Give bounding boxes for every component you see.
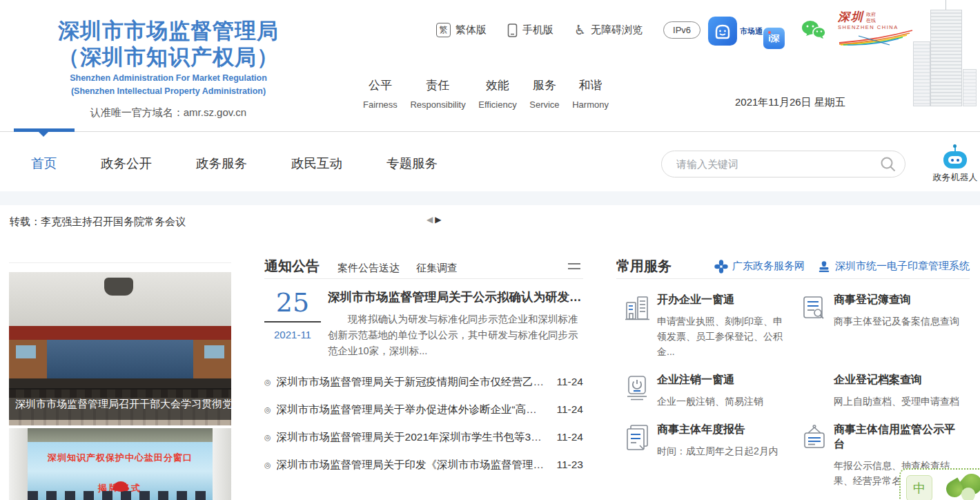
shenzhen-china-logo[interactable]: 深圳 政府在线 SHENZHEN CHINA [838, 10, 915, 48]
tab-surveys[interactable]: 征集调查 [416, 262, 458, 275]
current-date: 2021年11月26日 星期五 [735, 96, 845, 109]
value-responsibility: 责任 Responsibility [410, 77, 465, 110]
notice-link[interactable]: ◎ 深圳市市场监督管理局关于新冠疫情期间全市仅经营乙类非... 11-24 [264, 368, 583, 396]
nav-item-interaction[interactable]: 政民互动 [291, 155, 342, 172]
nav-item-gov-services[interactable]: 政务服务 [196, 155, 247, 172]
building-illustration [908, 1, 980, 108]
photo2-people [28, 491, 213, 500]
services-grid: 开办企业一窗通 申请营业执照、刻制印章、申领发票、员工参保登记、公积金... 商… [616, 279, 970, 488]
search-bar [661, 151, 905, 177]
bullet-icon: ◎ [264, 405, 271, 414]
site-title-zh-2: （深圳市知识产权局） [19, 44, 317, 70]
notices-title: 通知公告 [264, 257, 320, 276]
featured-day: 25 [264, 289, 321, 316]
no-icon [801, 373, 834, 409]
photo-wall [9, 340, 231, 378]
photo2-banner-line1: 深圳知识产权保护中心盐田分窗口 [28, 452, 213, 464]
site-title-zh-1: 深圳市市场监督管理局 [19, 18, 317, 44]
accessibility-link[interactable]: ♿ 无障碍浏览 [574, 23, 643, 37]
ishenzhen-dot-icon [768, 31, 771, 34]
weather-widget[interactable]: 中 [899, 468, 980, 500]
bullet-icon: ◎ [264, 378, 271, 387]
news-ticker: 转载：李克强主持召开国务院常务会议 ◀ ▶ [0, 205, 980, 238]
ticker-headline[interactable]: 转载：李克强主持召开国务院常务会议 [10, 215, 186, 229]
guangdong-services-link[interactable]: 广东政务服务网 [714, 260, 805, 273]
carousel-slide-2[interactable]: 深圳知识产权保护中心盐田分窗口 揭牌仪式 [9, 428, 231, 500]
shenzhen-logo-sub: 政府在线 [866, 11, 879, 23]
photo2-pillar-left [9, 428, 28, 500]
nav-item-home[interactable]: 首页 [31, 155, 57, 172]
value-efficiency: 效能 Efficiency [478, 77, 516, 110]
mobile-label: 手机版 [522, 23, 553, 37]
featured-notice-summary: 现将拟确认为研发与标准化同步示范企业和深圳标准创新示范基地的单位予以公示，其中研… [328, 311, 583, 359]
notice-link[interactable]: ◎ 深圳市市场监督管理局关于2021年深圳市学生书包等3类产... 11-24 [264, 423, 583, 451]
mobile-version-link[interactable]: 手机版 [507, 23, 553, 37]
service-deregistration[interactable]: 企业注销一窗通 企业一般注销、简易注销 [616, 359, 793, 409]
featured-month: 2021-11 [264, 329, 321, 340]
service-open-business[interactable]: 开办企业一窗通 申请营业执照、刻制印章、申领发票、员工参保登记、公积金... [616, 279, 793, 359]
photo2-flower [114, 481, 128, 492]
photo-banner [9, 326, 231, 340]
photo2-pillar-right [213, 428, 231, 500]
nav-item-gov-info[interactable]: 政务公开 [101, 155, 152, 172]
service-registry-search[interactable]: 商事登记簿查询 商事主体登记及备案信息查询 [793, 279, 970, 359]
notice-list: ◎ 深圳市市场监督管理局关于新冠疫情期间全市仅经营乙类非... 11-24 ◎ … [264, 368, 583, 479]
market-app-label: 市场通 [740, 26, 763, 37]
news-carousel: 深圳市市场监督管理局召开干部大会学习贯彻党的十... 深圳知识产权保护中心盐田分… [9, 262, 231, 500]
robot-icon [943, 151, 967, 169]
ticker-next-icon[interactable]: ▶ [435, 215, 441, 224]
hanging-board-icon [801, 423, 834, 488]
utility-bar: 繁 繁体版 手机版 ♿ 无障碍浏览 IPv6 [436, 21, 700, 39]
nav-active-triangle [39, 132, 48, 137]
notice-link[interactable]: ◎ 深圳市市场监督管理局关于印发《深圳市市场监督管理局商... 11-23 [264, 451, 583, 479]
search-input[interactable] [676, 158, 872, 170]
stamp-icon [817, 260, 831, 273]
gov-robot-button[interactable]: 政务机器人 [930, 146, 980, 184]
market-app-link[interactable]: 市场通 [708, 17, 763, 46]
featured-date-divider [264, 321, 321, 323]
phone-icon [507, 23, 518, 37]
accessibility-label: 无障碍浏览 [591, 23, 643, 37]
ishenzhen-app-icon[interactable]: i深 [763, 28, 785, 49]
traditional-label: 繁体版 [455, 23, 487, 37]
ticker-prev-icon[interactable]: ◀ [427, 215, 433, 224]
service-archive-search[interactable]: 企业登记档案查询 网上自助查档、受理申请查档 [793, 359, 970, 409]
photo-ceiling [9, 272, 231, 326]
nav-item-special-services[interactable]: 专题服务 [386, 155, 438, 172]
services-panel: 常用服务 广东政务服务网 深圳市统一电子印章管理系统 [616, 254, 970, 488]
building-icon [625, 293, 657, 359]
notices-panel: 通知公告 案件公告送达 征集调查 25 2021-11 深圳市市场监督管理局关于… [264, 254, 583, 479]
value-service: 服务 Service [529, 77, 559, 110]
service-annual-report[interactable]: 商事主体年度报告 时间：成立周年之日起2月内 [616, 409, 793, 488]
site-logo[interactable]: 深圳市市场监督管理局 （深圳市知识产权局） Shenzhen Administr… [19, 18, 317, 119]
core-values: 公平 Fairness 责任 Responsibility 效能 Efficie… [363, 77, 609, 110]
ishenzhen-label: i深 [768, 32, 780, 45]
bullet-icon: ◎ [264, 461, 271, 470]
site-title-en-2: (Shenzhen Intellectual Property Administ… [19, 86, 317, 97]
search-icon [880, 156, 896, 173]
tab-case-announcements[interactable]: 案件公告送达 [337, 262, 400, 275]
featured-notice[interactable]: 25 2021-11 深圳市市场监督管理局关于公示拟确认为研发与标... 现将拟… [264, 289, 583, 359]
official-domain-notice: 认准唯一官方域名：amr.sz.gov.cn [19, 106, 317, 119]
eseal-system-link[interactable]: 深圳市统一电子印章管理系统 [817, 260, 970, 273]
notice-link[interactable]: ◎ 深圳市市场监督管理局关于举办促进体外诊断企业“高质量... 11-24 [264, 396, 583, 423]
carousel-slide-1[interactable]: 深圳市市场监督管理局召开干部大会学习贯彻党的十... [9, 272, 231, 425]
wechat-icon[interactable] [801, 19, 827, 43]
photo2-ceiling [9, 428, 231, 442]
value-harmony: 和谐 Harmony [572, 77, 609, 110]
clover-leaves-icon [937, 475, 980, 500]
bullet-icon: ◎ [264, 433, 271, 442]
section-divider [0, 191, 980, 205]
wheelchair-icon: ♿ [574, 23, 586, 37]
featured-notice-title: 深圳市市场监督管理局关于公示拟确认为研发与标... [328, 289, 583, 305]
traditional-chinese-link[interactable]: 繁 繁体版 [436, 23, 487, 37]
power-icon [625, 373, 657, 409]
more-icon[interactable] [568, 263, 583, 269]
traditional-icon: 繁 [436, 23, 451, 37]
document-search-icon [801, 293, 834, 359]
featured-date: 25 2021-11 [264, 289, 321, 359]
market-app-icon [708, 17, 737, 46]
site-title-en-1: Shenzhen Administration For Market Regul… [19, 73, 317, 84]
search-button[interactable] [872, 156, 905, 173]
ipv6-badge[interactable]: IPv6 [663, 21, 700, 39]
